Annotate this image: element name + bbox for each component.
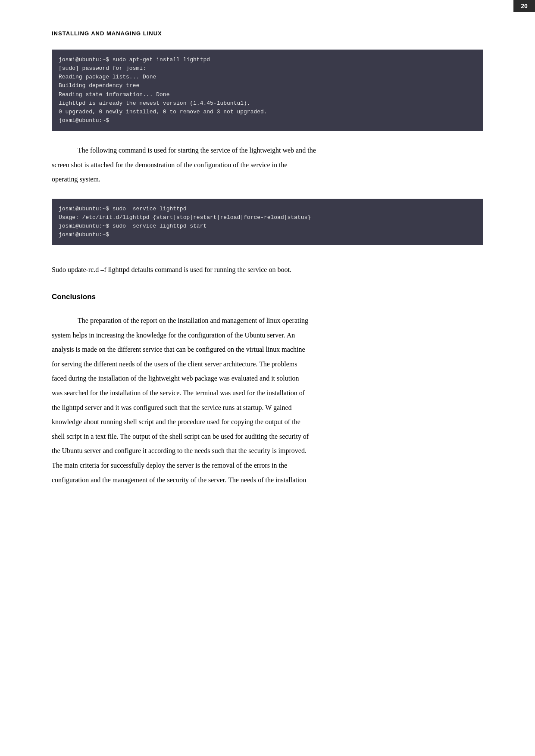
sudo-line: Sudo update-rc.d –f lighttpd defaults co…: [52, 262, 483, 277]
conclusions-heading: Conclusions: [52, 293, 483, 301]
conclusions-line-9: shell script in a text file. The output …: [52, 429, 483, 444]
conclusions-line-8: knowledge about running shell script and…: [52, 415, 483, 429]
body-paragraph-1-cont: screen shot is attached for the demonstr…: [52, 158, 483, 172]
conclusions-paragraph: The preparation of the report on the ins…: [52, 313, 483, 328]
conclusions-line-4: for serving the different needs of the u…: [52, 357, 483, 372]
terminal-block-2: josmi@ubuntu:~$ sudo service lighttpd Us…: [52, 199, 483, 246]
conclusions-line-6: was searched for the installation of the…: [52, 386, 483, 400]
conclusions-line-12: configuration and the management of the …: [52, 473, 483, 487]
conclusions-line-10: the Ubuntu server and configure it accor…: [52, 444, 483, 458]
page: 20 INSTALLING AND MANAGING LINUX josmi@u…: [0, 0, 535, 756]
page-number: 20: [513, 0, 535, 12]
body-paragraph-1: The following command is used for starti…: [52, 143, 483, 158]
body-paragraph-1-end: operating system.: [52, 172, 483, 187]
page-header: INSTALLING AND MANAGING LINUX: [52, 30, 483, 37]
conclusions-line-5: faced during the installation of the lig…: [52, 371, 483, 386]
conclusions-line-7: the lighttpd server and it was configure…: [52, 400, 483, 415]
conclusions-line-2: system helps in increasing the knowledge…: [52, 328, 483, 343]
terminal-block-1: josmi@ubuntu:~$ sudo apt-get install lig…: [52, 50, 483, 131]
conclusions-line-3: analysis is made on the different servic…: [52, 342, 483, 357]
conclusions-line-11: The main criteria for successfully deplo…: [52, 458, 483, 473]
